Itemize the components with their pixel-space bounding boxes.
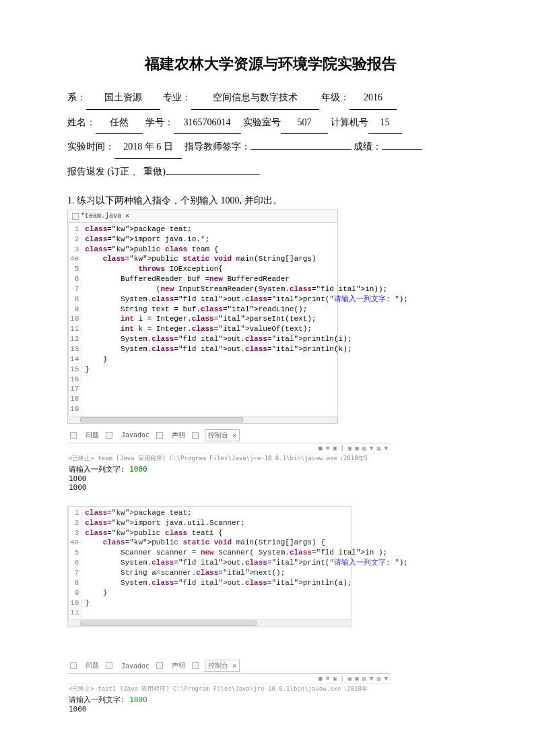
form-row-3: 实验时间：2018 年 6 日 指导教师签字： 成绩：: [67, 135, 473, 159]
major-value: 空间信息与数字技术: [191, 86, 319, 110]
tab-problems[interactable]: 问题: [83, 660, 102, 671]
console-process-header: <已终止> team [Java 应用程序] C:\Program Files\…: [67, 453, 391, 464]
console-tabs: 问题 Javadoc 声明 控制台 ✕: [67, 428, 391, 443]
console-output-1: 请输入一列文字: 1000 1000 1000: [67, 464, 391, 493]
problems-icon: [70, 662, 77, 669]
console-line-1: 1000: [69, 705, 87, 714]
javadoc-icon: [106, 432, 112, 439]
console-user-input: 1000: [129, 695, 147, 704]
form-row-1: 系：国土资源 专业：空间信息与数字技术 年级：2016: [67, 86, 473, 110]
form-row-2: 姓名：任然 学号：3165706014 实验室号507 计算机号15: [67, 111, 473, 135]
console-process-header: <已终止> teat1 [Java 应用程序] C:\Program Files…: [67, 684, 391, 694]
tab-console[interactable]: 控制台 ✕: [205, 660, 240, 672]
editor-tab-1[interactable]: *team.java ✕: [68, 210, 337, 223]
grade-value: 2016: [349, 86, 397, 110]
dept-value: 国土资源: [86, 86, 160, 110]
teacher-value: [251, 149, 352, 150]
name-value: 任然: [96, 111, 143, 135]
tab-javadoc[interactable]: Javadoc: [119, 431, 152, 439]
code-area-1[interactable]: class="kw">package teat;class="kw">impor…: [82, 223, 411, 416]
sid-value: 3165706014: [174, 111, 241, 135]
question-1: 1. 练习以下两种输入指令，个别输入 1000, 并印出。: [67, 195, 473, 207]
console-line-1: 1000: [69, 474, 87, 483]
name-label: 姓名：: [67, 117, 96, 127]
pc-value: 15: [368, 111, 402, 135]
pc-label: 计算机号: [331, 117, 368, 127]
line-number-gutter: 1234⊖5678910111213141516171819: [69, 223, 82, 416]
return-label: 报告退发 (订正 、 重做): [67, 166, 166, 177]
return-value: [166, 174, 260, 175]
console-prompt: 请输入一列文字:: [69, 465, 125, 474]
time-value: 2018 年 6 日: [114, 135, 182, 159]
console-panel-2: 问题 Javadoc 声明 控制台 ✕ ■ ✖ ▣ | ▣ ▣ ▤ ▼ ▤ ▼ …: [67, 658, 391, 714]
console-icon: [192, 432, 199, 439]
editor-scrollbar[interactable]: [68, 416, 337, 423]
line-number-gutter: 1234⊖567891011: [69, 507, 82, 619]
code-editor-2: 1234⊖567891011 class="kw">package teat;c…: [67, 506, 352, 627]
form-row-4: 报告退发 (订正 、 重做): [67, 160, 473, 183]
report-title: 福建农林大学资源与环境学院实验报告: [67, 54, 473, 74]
dept-label: 系：: [67, 92, 86, 102]
javadoc-icon: [106, 662, 112, 669]
console-toolbar[interactable]: ■ ✖ ▣ | ▣ ▣ ▤ ▼ ▤ ▼: [67, 674, 391, 684]
score-label: 成绩：: [354, 141, 382, 152]
major-label: 专业：: [163, 92, 191, 102]
room-value: 507: [281, 111, 328, 135]
grade-label: 年级：: [321, 92, 349, 102]
tab-declaration[interactable]: 声明: [169, 430, 188, 441]
tab-console[interactable]: 控制台 ✕: [205, 429, 240, 441]
room-label: 实验室号: [243, 117, 281, 127]
editor-scrollbar[interactable]: [68, 619, 351, 627]
score-value: [382, 149, 422, 150]
code-editor-1: *team.java ✕ 1234⊖5678910111213141516171…: [67, 210, 338, 424]
tab-problems[interactable]: 问题: [83, 430, 102, 441]
console-user-input: 1000: [129, 465, 147, 474]
tab-declaration[interactable]: 声明: [169, 660, 188, 671]
declaration-icon: [156, 432, 163, 439]
editor-tab-label: *team.java ✕: [81, 212, 129, 220]
console-tabs: 问题 Javadoc 声明 控制台 ✕: [67, 658, 391, 674]
problems-icon: [70, 432, 77, 439]
time-label: 实验时间：: [67, 141, 114, 152]
console-line-2: 1000: [69, 483, 87, 492]
declaration-icon: [156, 662, 163, 669]
console-toolbar[interactable]: ■ ✖ ▣ | ▣ ▣ ▤ ▼ ▤ ▼: [67, 443, 391, 453]
console-prompt: 请输入一列文字:: [69, 695, 125, 704]
sid-label: 学号：: [145, 117, 174, 127]
console-icon: [192, 662, 199, 669]
file-icon: [72, 213, 79, 220]
code-area-2[interactable]: class="kw">package teat;class="kw">impor…: [82, 507, 411, 619]
console-output-2: 请输入一列文字: 1000 1000: [67, 694, 391, 714]
tab-javadoc[interactable]: Javadoc: [119, 662, 152, 670]
teacher-label: 指导教师签字：: [185, 141, 251, 152]
console-panel-1: 问题 Javadoc 声明 控制台 ✕ ■ ✖ ▣ | ▣ ▣ ▤ ▼ ▤ ▼ …: [67, 428, 391, 493]
